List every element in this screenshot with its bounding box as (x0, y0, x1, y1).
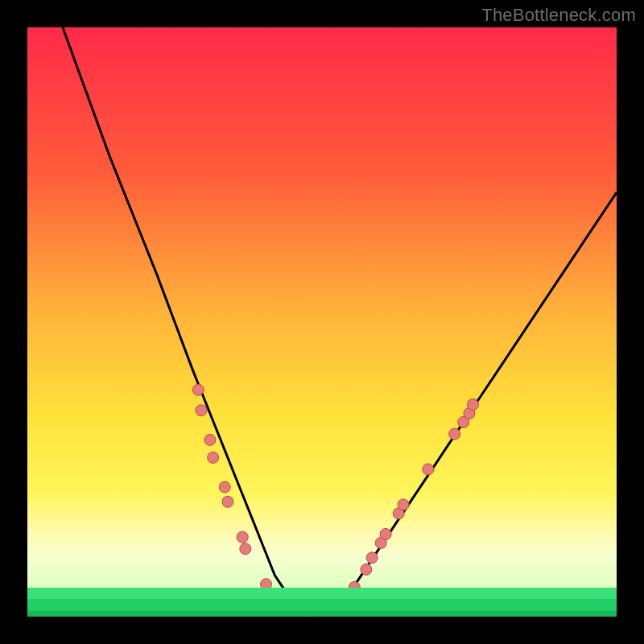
data-dot (222, 496, 233, 507)
data-dot (204, 434, 216, 445)
data-dot (361, 564, 372, 575)
green-band (27, 599, 617, 611)
data-dot (366, 552, 378, 564)
data-dot (449, 428, 460, 440)
data-dots (192, 384, 478, 617)
data-dot (196, 405, 207, 416)
data-dot (380, 529, 391, 540)
data-dot (398, 499, 409, 510)
green-band (27, 588, 617, 599)
plot-area (27, 27, 617, 617)
data-dot (208, 452, 219, 463)
bottleneck-curve (63, 27, 617, 611)
data-dot (219, 481, 230, 493)
data-dot (192, 384, 204, 395)
watermark-text: TheBottleneck.com (481, 5, 636, 26)
data-dot (467, 399, 478, 411)
chart-stage: TheBottleneck.com (0, 0, 644, 644)
data-dot (237, 531, 248, 543)
data-dot (240, 543, 251, 555)
curve-layer (27, 27, 617, 617)
green-band (27, 611, 617, 617)
data-dot (423, 464, 434, 475)
